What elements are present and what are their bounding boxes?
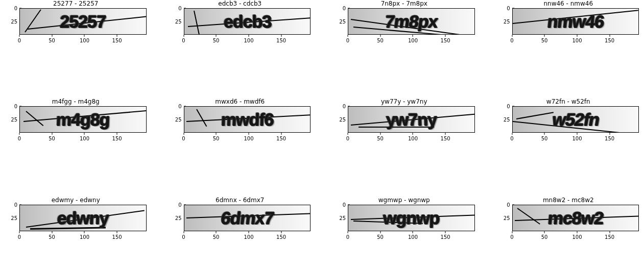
subplot: edcb3 - cdcb3 0 25 edcb3 0 50 100 150: [170, 0, 311, 67]
subplot: mwxd6 - mwdf6 0 25 mwdf6 0 50 100 150: [170, 98, 311, 165]
subplot-title: w72fn - w52fn: [498, 98, 639, 105]
x-axis: 0 50 100 150: [512, 231, 639, 242]
x-axis: 0 50 100 150: [512, 35, 639, 46]
x-axis: 0 50 100 150: [184, 35, 311, 46]
y-tick-label: 25: [170, 19, 182, 25]
captcha-text: wgnwp: [348, 205, 474, 231]
y-tick-label: 0: [5, 202, 17, 207]
y-axis: 0 25: [498, 8, 512, 35]
x-tick-label: 50: [377, 234, 384, 240]
y-tick-label: 25: [5, 19, 17, 25]
x-tick-label: 50: [541, 38, 548, 43]
subplot-title: mn8w2 - mc8w2: [498, 197, 639, 204]
x-tick-label: 100: [572, 38, 582, 43]
subplot: edwmy - edwny 0 25 edwny 0 50 100 150: [5, 197, 147, 264]
x-tick-label: 0: [182, 234, 185, 240]
x-tick-label: 150: [605, 136, 614, 141]
y-axis: 0 25: [170, 205, 184, 231]
x-tick-label: 50: [213, 234, 220, 240]
y-tick-label: 25: [5, 117, 17, 123]
y-tick-label: 25: [170, 215, 182, 221]
subplot: mn8w2 - mc8w2 0 25 mc8w2 0 50 100 150: [498, 197, 639, 264]
x-axis: 0 50 100 150: [19, 133, 147, 144]
y-tick-label: 25: [498, 117, 510, 123]
x-axis: 0 50 100 150: [184, 133, 311, 144]
x-tick-label: 0: [18, 136, 21, 141]
x-tick-label: 0: [510, 38, 513, 43]
x-axis: 0 50 100 150: [512, 133, 639, 144]
captcha-image: nmw46: [512, 8, 639, 35]
x-tick-label: 150: [441, 136, 450, 141]
x-tick-label: 50: [377, 136, 384, 141]
subplot: 25277 - 25257 0 25 25257 0 50 100 150: [5, 0, 147, 67]
subplot: w72fn - w52fn 0 25 w52fn 0 50 100 150: [498, 98, 639, 165]
x-tick-label: 150: [605, 234, 614, 240]
y-tick-label: 25: [170, 117, 182, 123]
x-tick-label: 0: [18, 234, 21, 240]
x-axis: 0 50 100 150: [348, 231, 475, 242]
subplot-title: edcb3 - cdcb3: [170, 0, 311, 7]
x-tick-label: 0: [346, 234, 349, 240]
x-tick-label: 150: [441, 234, 450, 240]
y-tick-label: 0: [333, 104, 346, 109]
x-tick-label: 100: [80, 38, 89, 43]
y-tick-label: 25: [333, 215, 346, 221]
x-tick-label: 100: [80, 136, 89, 141]
y-tick-label: 0: [498, 6, 510, 11]
captcha-text: 6dmx7: [184, 205, 311, 231]
captcha-text: edwny: [19, 205, 146, 231]
x-tick-label: 0: [182, 38, 185, 43]
y-axis: 0 25: [498, 205, 512, 231]
captcha-text: mc8w2: [512, 205, 639, 231]
x-tick-label: 100: [572, 234, 582, 240]
x-tick-label: 0: [510, 234, 513, 240]
y-tick-label: 25: [498, 215, 510, 221]
y-axis: 0 25: [5, 205, 19, 231]
subplot-title: m4fgg - m4g8g: [5, 98, 147, 105]
y-tick-label: 0: [170, 202, 182, 207]
captcha-image: yw7ny: [348, 106, 475, 133]
x-tick-label: 150: [276, 136, 286, 141]
y-tick-label: 25: [333, 117, 346, 123]
subplot: m4fgg - m4g8g 0 25 m4g8g 0 50 100 150: [5, 98, 147, 165]
y-axis: 0 25: [5, 106, 19, 133]
y-tick-label: 0: [170, 104, 182, 109]
y-axis: 0 25: [333, 8, 348, 35]
subplot: wgmwp - wgnwp 0 25 wgnwp 0 50 100 150: [333, 197, 475, 264]
x-tick-label: 150: [112, 136, 122, 141]
x-tick-label: 100: [244, 234, 253, 240]
x-axis: 0 50 100 150: [348, 35, 475, 46]
y-axis: 0 25: [170, 106, 184, 133]
captcha-text: nmw46: [512, 9, 639, 34]
captcha-text: 25257: [19, 9, 146, 34]
captcha-image: m4g8g: [19, 106, 147, 133]
x-tick-label: 100: [572, 136, 582, 141]
y-axis: 0 25: [333, 205, 348, 231]
captcha-text: yw7ny: [348, 107, 474, 132]
y-axis: 0 25: [498, 106, 512, 133]
x-tick-label: 150: [112, 234, 122, 240]
x-tick-label: 0: [510, 136, 513, 141]
captcha-image: edcb3: [184, 8, 311, 35]
subplot-title: nnw46 - nmw46: [498, 0, 639, 7]
subplot-title: 7n8px - 7m8px: [333, 0, 475, 7]
captcha-image: edwny: [19, 205, 147, 231]
y-tick-label: 0: [498, 202, 510, 207]
y-axis: 0 25: [170, 8, 184, 35]
y-tick-label: 0: [5, 104, 17, 109]
x-tick-label: 100: [408, 136, 418, 141]
y-tick-label: 25: [498, 19, 510, 25]
x-tick-label: 100: [408, 234, 418, 240]
y-tick-label: 0: [5, 6, 17, 11]
x-tick-label: 100: [244, 38, 253, 43]
captcha-image: wgnwp: [348, 205, 475, 231]
x-axis: 0 50 100 150: [19, 231, 147, 242]
x-tick-label: 100: [244, 136, 253, 141]
y-axis: 0 25: [333, 106, 348, 133]
y-tick-label: 0: [333, 202, 346, 207]
x-tick-label: 50: [49, 136, 55, 141]
x-tick-label: 100: [80, 234, 89, 240]
subplot: yw77y - yw7ny 0 25 yw7ny 0 50 100 150: [333, 98, 475, 165]
captcha-text: m4g8g: [19, 107, 146, 132]
y-tick-label: 25: [5, 215, 17, 221]
